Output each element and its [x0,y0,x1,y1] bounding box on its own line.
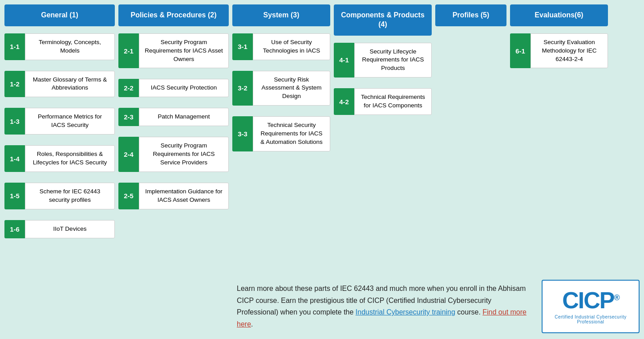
item-text: Performance Metrics for IACS Security [25,108,115,135]
evaluations-header: Evaluations(6) [510,4,608,26]
item-text: Use of Security Technologies in IACS [253,33,330,60]
item-text: Patch Management [139,108,229,126]
column-evaluations: Evaluations(6) 6-1Security Evaluation Me… [510,4,608,278]
industrial-cybersecurity-link[interactable]: Industrial Cybersecurity training [356,308,455,316]
main-container: General (1) 1-1Terminology, Concepts, Mo… [0,0,644,339]
item-text: Security Risk Assessment & System Design [253,71,330,106]
components-header: Components & Products (4) [334,4,432,36]
list-item: 2-2IACS Security Protection [118,79,229,97]
profiles-header: Profiles (5) [435,4,506,26]
bottom-text-between: course. [455,308,482,316]
item-number: 2-3 [118,108,139,126]
item-number: 2-5 [118,183,139,209]
cicp-logo-text: CICP® [553,289,628,312]
item-number: 4-1 [334,43,354,78]
item-text: Roles, Responsibilities & Lifecycles for… [25,145,115,172]
top-columns: System (3) 3-1Use of Security Technologi… [232,4,640,278]
item-text: Implementation Guidance for IACS Asset O… [139,183,229,209]
list-item: 1-3Performance Metrics for IACS Security [4,108,115,135]
list-item: 2-4Security Program Requirements for IAC… [118,137,229,172]
item-text: IACS Security Protection [139,79,229,97]
bottom-text-after: . [251,320,253,328]
list-item: 1-5Scheme for IEC 62443 security profile… [4,183,115,209]
item-text: Technical Requirements for IACS Componen… [354,88,432,115]
list-item: 1-6IIoT Devices [4,220,115,238]
item-number: 3-2 [232,71,253,106]
item-number: 1-6 [4,220,25,238]
item-number: 2-1 [118,33,139,69]
column-policies: Policies & Procedures (2) 2-1Security Pr… [118,4,229,335]
item-text: Security Program Requirements for IACS S… [139,137,229,172]
item-text: Master Glossary of Terms & Abbreviations [25,71,115,98]
item-text: Security Evaluation Methodology for IEC … [531,33,608,69]
policies-header: Policies & Procedures (2) [118,4,229,26]
list-item: 4-2Technical Requirements for IACS Compo… [334,88,432,115]
item-number: 1-3 [4,108,25,135]
column-profiles: Profiles (5) [435,4,506,278]
item-number: 2-4 [118,137,139,172]
item-number: 1-4 [4,145,25,172]
cicp-logo-area: CICP® Certified Industrial Cybersecurity… [542,278,640,335]
general-header: General (1) [4,4,115,26]
system-header: System (3) [232,4,330,26]
item-text: Scheme for IEC 62443 security profiles [25,183,115,209]
item-text: Technical Security Requirements for IACS… [253,116,330,151]
list-item: 4-1Security Lifecycle Requirements for I… [334,43,432,78]
list-item: 2-1Security Program Requirements for IAC… [118,33,229,69]
item-number: 3-1 [232,33,253,60]
item-number: 1-5 [4,183,25,209]
item-text: IIoT Devices [25,220,115,238]
column-system: System (3) 3-1Use of Security Technologi… [232,4,330,278]
list-item: 2-3Patch Management [118,108,229,126]
list-item: 3-2Security Risk Assessment & System Des… [232,71,330,106]
bottom-section: Learn more about these parts of IEC 6244… [232,278,640,335]
item-text: Terminology, Concepts, Models [25,33,115,60]
list-item: 2-5Implementation Guidance for IACS Asse… [118,183,229,209]
bottom-text: Learn more about these parts of IEC 6244… [232,278,542,335]
list-item: 6-1Security Evaluation Methodology for I… [510,33,608,69]
column-general: General (1) 1-1Terminology, Concepts, Mo… [4,4,115,335]
item-text: Security Program Requirements for IACS A… [139,33,229,69]
item-text: Security Lifecycle Requirements for IACS… [354,43,432,78]
list-item: 1-1Terminology, Concepts, Models [4,33,115,60]
item-number: 3-3 [232,116,253,151]
cicp-sub-text: Certified Industrial Cybersecurity Profe… [553,314,628,324]
item-number: 2-2 [118,79,139,97]
right-section: System (3) 3-1Use of Security Technologi… [232,4,640,335]
item-number: 1-2 [4,71,25,98]
column-components: Components & Products (4) 4-1Security Li… [334,4,432,278]
item-number: 1-1 [4,33,25,60]
list-item: 1-4Roles, Responsibilities & Lifecycles … [4,145,115,172]
item-number: 4-2 [334,88,354,115]
item-number: 6-1 [510,33,531,69]
list-item: 1-2Master Glossary of Terms & Abbreviati… [4,71,115,98]
list-item: 3-1Use of Security Technologies in IACS [232,33,330,60]
cicp-logo-box: CICP® Certified Industrial Cybersecurity… [542,280,640,333]
list-item: 3-3Technical Security Requirements for I… [232,116,330,151]
